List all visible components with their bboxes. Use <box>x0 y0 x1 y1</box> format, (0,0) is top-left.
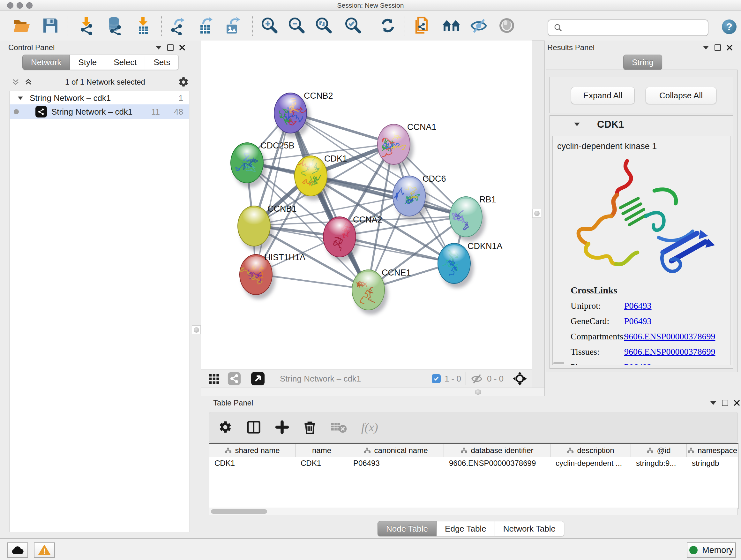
network-node-ccnb2[interactable] <box>274 92 307 133</box>
import-network-file-button[interactable] <box>76 15 96 36</box>
fit-content-icon[interactable] <box>512 371 528 387</box>
crosslink-link[interactable]: P06493 <box>624 362 652 365</box>
expand-all-icon[interactable] <box>24 78 32 86</box>
column-header-name[interactable]: name <box>295 444 348 457</box>
export-network-button[interactable] <box>167 15 187 36</box>
panel-float-icon[interactable] <box>722 400 728 406</box>
panel-scrollbar-thumb[interactable] <box>553 362 564 364</box>
network-node-ccna2[interactable] <box>323 216 356 257</box>
database-import-icon <box>105 16 124 35</box>
warnings-button[interactable] <box>34 543 55 558</box>
zoom-fit-button[interactable] <box>313 15 333 36</box>
network-edge[interactable] <box>339 236 454 263</box>
selected-checkbox[interactable] <box>432 374 441 383</box>
export-image-button[interactable] <box>222 15 242 36</box>
tab-style[interactable]: Style <box>70 55 105 70</box>
panel-close-icon[interactable] <box>179 45 185 51</box>
tree-expander-icon[interactable] <box>18 97 23 100</box>
column-header-id[interactable]: @id <box>631 444 687 457</box>
network-node-cdk1[interactable] <box>294 155 327 196</box>
zoom-in-button[interactable] <box>259 15 279 36</box>
split-columns-icon[interactable] <box>246 420 261 435</box>
panel-float-icon[interactable] <box>167 44 174 51</box>
protein-expander-icon[interactable] <box>574 123 580 126</box>
delete-table-icon[interactable] <box>331 421 347 434</box>
network-view-icon[interactable] <box>227 372 241 386</box>
cell-id[interactable]: stringdb:9... <box>631 457 687 469</box>
tab-node-table[interactable]: Node Table <box>378 521 436 537</box>
network-collection-row[interactable]: String Network – cdk1 1 <box>10 92 189 104</box>
import-table-button[interactable] <box>133 15 153 36</box>
panel-close-icon[interactable] <box>734 400 740 406</box>
panel-close-icon[interactable] <box>727 45 732 51</box>
network-node-ccna1[interactable] <box>377 124 410 165</box>
expand-all-button[interactable]: Expand All <box>571 87 635 104</box>
column-header-namespace[interactable]: namespace <box>687 444 738 457</box>
zoom-selected-button[interactable] <box>342 15 363 36</box>
collapse-all-button[interactable]: Collapse All <box>646 87 717 104</box>
crosslink-label: GeneCard: <box>570 316 624 326</box>
cell-databaseidentifier[interactable]: 9606.ENSP00000378699 <box>444 457 550 469</box>
home-view-button[interactable] <box>441 15 461 36</box>
gear-icon[interactable] <box>178 76 189 88</box>
left-splitter-handle[interactable] <box>192 325 201 334</box>
export-table-button[interactable] <box>195 15 215 36</box>
tab-network[interactable]: Network <box>22 55 70 70</box>
cloud-status-button[interactable] <box>7 543 28 558</box>
network-node-cdc6[interactable] <box>393 176 426 216</box>
memory-button[interactable]: Memory <box>687 543 736 558</box>
hide-show-graphics-button[interactable] <box>468 15 489 36</box>
crosslink-link[interactable]: 9606.ENSP00000378699 <box>624 331 715 341</box>
refresh-layout-button[interactable] <box>378 15 398 36</box>
crosslink-link[interactable]: 9606.ENSP00000378699 <box>624 347 715 357</box>
network-node-ccne1[interactable] <box>352 269 385 310</box>
search-input[interactable] <box>566 21 708 35</box>
help-button[interactable]: ? <box>722 19 737 34</box>
panel-menu-icon[interactable] <box>156 46 161 50</box>
level-of-detail-button[interactable] <box>496 15 517 36</box>
network-row-selected[interactable]: String Network – cdk1 11 48 <box>10 105 189 119</box>
open-session-button[interactable] <box>11 15 32 36</box>
right-splitter-handle[interactable] <box>532 209 541 218</box>
collapse-all-icon[interactable] <box>11 78 20 86</box>
panel-menu-icon[interactable] <box>711 401 716 405</box>
add-column-icon[interactable] <box>275 420 289 434</box>
panel-float-icon[interactable] <box>715 44 721 51</box>
table-hscrollbar[interactable] <box>209 508 738 515</box>
cell-namespace[interactable]: stringdb <box>687 457 738 469</box>
cell-name[interactable]: CDK1 <box>295 457 348 469</box>
tab-sets[interactable]: Sets <box>145 55 179 70</box>
cell-description[interactable]: cyclin-dependent ... <box>550 457 631 469</box>
network-node-cdc25b[interactable] <box>230 142 264 183</box>
cell-sharedname[interactable]: CDK1 <box>209 457 295 469</box>
save-session-button[interactable] <box>40 15 61 36</box>
tab-select[interactable]: Select <box>105 55 145 70</box>
column-header-canonicalname[interactable]: canonical name <box>348 444 444 457</box>
network-node-cdkn1a[interactable] <box>437 243 471 284</box>
delete-column-icon[interactable] <box>303 420 317 435</box>
tab-edge-table[interactable]: Edge Table <box>436 521 495 537</box>
crosslink-link[interactable]: P06493 <box>624 301 652 311</box>
window-title: Session: New Session <box>0 2 741 9</box>
column-header-description[interactable]: description <box>550 444 631 457</box>
panel-menu-icon[interactable] <box>703 46 709 50</box>
birdseye-view-icon[interactable] <box>251 371 265 386</box>
network-node-rb1[interactable] <box>449 196 482 237</box>
network-node-ccnb1[interactable] <box>238 206 271 246</box>
tab-network-table[interactable]: Network Table <box>495 521 564 537</box>
column-header-sharedname[interactable]: shared name <box>209 444 295 457</box>
table-gear-icon[interactable] <box>218 420 232 434</box>
network-canvas[interactable]: CCNB2CCNA1CDC25BCDK1CDC6RB1CCNB1CCNA2CDK… <box>201 41 532 369</box>
cell-canonicalname[interactable]: P06493 <box>348 457 444 469</box>
zoom-out-button[interactable] <box>286 15 307 36</box>
import-network-database-button[interactable] <box>104 15 125 36</box>
grid-view-icon[interactable] <box>207 372 220 385</box>
splitter-knob[interactable] <box>475 389 481 395</box>
function-builder-icon[interactable]: f(x) <box>361 420 378 434</box>
table-row[interactable]: CDK1CDK1P064939606.ENSP00000378699cyclin… <box>209 457 738 469</box>
table-hscrollbar-thumb[interactable] <box>211 509 267 514</box>
crosslink-link[interactable]: P06493 <box>624 316 652 326</box>
tab-string[interactable]: String <box>623 55 662 70</box>
column-header-databaseidentifier[interactable]: database identifier <box>444 444 550 457</box>
clone-network-button[interactable] <box>412 15 433 36</box>
